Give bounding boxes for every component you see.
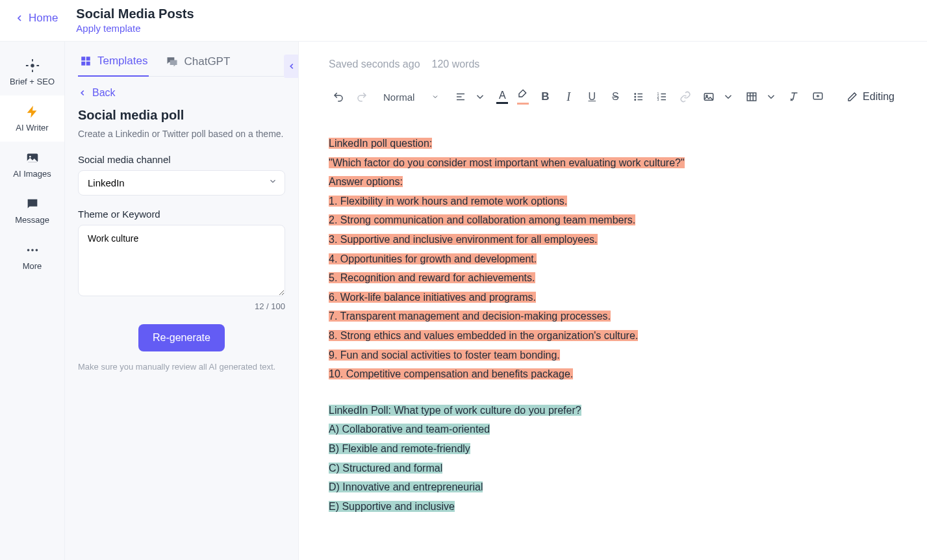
nav-label: Brief + SEO	[10, 77, 55, 86]
nav-more[interactable]: More	[0, 234, 64, 280]
svg-point-5	[35, 249, 38, 251]
status-row: Saved seconds ago 120 words	[329, 58, 897, 70]
doc-line: Answer options:	[329, 176, 403, 187]
nav-brief-seo[interactable]: Brief + SEO	[0, 49, 64, 95]
doc-line: 6. Work-life balance initiatives and pro…	[329, 292, 536, 303]
message-icon	[25, 197, 40, 211]
left-nav: Brief + SEO AI Writer AI Images Message …	[0, 42, 65, 560]
highlight-color-button[interactable]	[514, 89, 531, 105]
svg-point-4	[31, 249, 34, 251]
nav-label: Message	[15, 215, 49, 225]
doc-line: E) Supportive and inclusive	[329, 501, 455, 512]
chevron-left-icon	[78, 88, 87, 97]
tab-templates[interactable]: Templates	[78, 51, 149, 77]
chevron-down-icon	[765, 91, 777, 103]
undo-button[interactable]	[329, 87, 348, 107]
char-count: 12 / 100	[78, 301, 285, 311]
highlight-icon	[518, 89, 528, 101]
bold-button[interactable]: B	[535, 87, 555, 107]
italic-button[interactable]: I	[559, 87, 578, 107]
svg-rect-7	[86, 57, 90, 60]
doc-line: 5. Recognition and reward for achievemen…	[329, 272, 535, 283]
doc-line: B) Flexible and remote-friendly	[329, 443, 470, 454]
doc-line: 8. Strong ethics and values embedded in …	[329, 330, 638, 341]
svg-rect-8	[81, 62, 85, 66]
doc-line: LinkedIn Poll: What type of work culture…	[329, 405, 581, 416]
nav-ai-images[interactable]: AI Images	[0, 142, 64, 188]
svg-point-17	[635, 99, 636, 101]
collapse-panel-button[interactable]	[284, 55, 299, 78]
review-note: Make sure you manually review all AI gen…	[78, 361, 285, 374]
highlight-color-bar	[517, 103, 529, 105]
redo-button[interactable]	[352, 87, 372, 107]
doc-line: "Which factor do you consider most impor…	[329, 157, 685, 168]
svg-point-0	[31, 64, 34, 68]
underline-button[interactable]: U	[582, 87, 602, 107]
back-link[interactable]: Back	[78, 87, 285, 99]
doc-line: 10. Competitive compensation and benefit…	[329, 368, 573, 379]
clear-format-button[interactable]	[785, 87, 804, 107]
doc-line: 7. Transparent management and decision-m…	[329, 311, 611, 322]
chat-icon	[166, 55, 179, 68]
svg-rect-6	[81, 57, 85, 60]
numbered-list-button[interactable]: 123	[652, 87, 672, 107]
link-button[interactable]	[676, 87, 695, 107]
text-color-button[interactable]: A	[494, 90, 511, 104]
topbar: Home Social Media Posts Apply template	[0, 0, 927, 42]
document-content[interactable]: LinkedIn poll question: "Which factor do…	[329, 117, 897, 516]
nav-label: AI Images	[13, 169, 51, 179]
doc-line: C) Structured and formal	[329, 463, 442, 474]
more-icon	[25, 243, 40, 257]
editor-area: Saved seconds ago 120 words Normal A	[299, 42, 927, 560]
align-button[interactable]	[451, 87, 470, 107]
nav-message[interactable]: Message	[0, 188, 64, 234]
home-label: Home	[29, 12, 58, 25]
theme-label: Theme or Keyword	[78, 209, 285, 220]
saved-status: Saved seconds ago	[329, 58, 420, 70]
template-panel: Templates ChatGPT Back Social media poll…	[65, 42, 299, 560]
svg-point-13	[635, 94, 636, 95]
svg-text:3: 3	[657, 97, 659, 101]
image-button[interactable]	[699, 87, 718, 107]
doc-line: 3. Supportive and inclusive environment …	[329, 234, 598, 245]
doc-line: 9. Fun and social activities to foster t…	[329, 350, 560, 361]
align-dropdown[interactable]	[470, 87, 490, 107]
tab-chatgpt[interactable]: ChatGPT	[164, 51, 231, 76]
back-label: Back	[92, 87, 116, 99]
home-link[interactable]: Home	[5, 6, 67, 30]
word-count: 120 words	[432, 58, 480, 70]
image-icon	[25, 151, 40, 165]
text-color-bar	[496, 102, 508, 104]
table-dropdown[interactable]	[761, 87, 781, 107]
image-dropdown[interactable]	[718, 87, 738, 107]
panel-tabs: Templates ChatGPT	[78, 51, 285, 77]
svg-point-3	[27, 249, 29, 251]
doc-line: 4. Opportunities for growth and developm…	[329, 253, 537, 264]
doc-line: 2. Strong communication and collaboratio…	[329, 214, 635, 225]
theme-textarea[interactable]	[78, 225, 285, 296]
chevron-left-icon	[14, 13, 25, 23]
strikethrough-button[interactable]: S	[605, 87, 625, 107]
panel-description: Create a Linkedin or Twitter poll based …	[78, 128, 285, 141]
bullet-list-button[interactable]	[629, 87, 648, 107]
tab-label: Templates	[97, 55, 147, 68]
chevron-down-icon	[722, 91, 734, 103]
format-select[interactable]: Normal	[379, 89, 443, 105]
comment-button[interactable]	[808, 87, 828, 107]
doc-line: LinkedIn poll question:	[329, 138, 432, 149]
nav-label: More	[23, 261, 42, 271]
chevron-down-icon	[431, 93, 439, 101]
regenerate-button[interactable]: Re-generate	[138, 324, 225, 351]
apply-template-link[interactable]: Apply template	[76, 23, 194, 34]
channel-select[interactable]: LinkedIn	[78, 170, 285, 196]
editing-label: Editing	[863, 91, 895, 103]
doc-line: A) Collaborative and team-oriented	[329, 424, 490, 435]
editing-mode-button[interactable]: Editing	[844, 91, 897, 103]
bolt-icon	[25, 105, 40, 119]
svg-point-15	[635, 96, 636, 97]
nav-ai-writer[interactable]: AI Writer	[0, 95, 64, 142]
table-button[interactable]	[742, 87, 761, 107]
format-label: Normal	[383, 92, 414, 103]
target-icon	[25, 58, 40, 73]
nav-label: AI Writer	[16, 123, 48, 133]
